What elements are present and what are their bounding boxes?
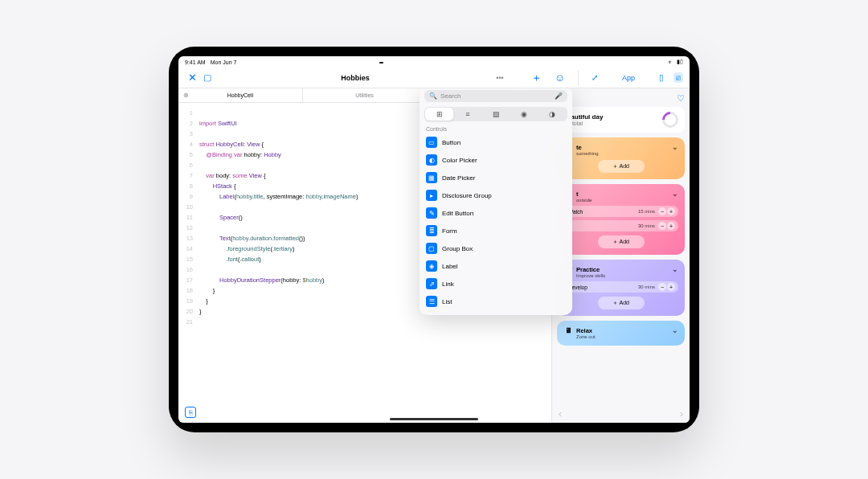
add-hobby-button[interactable]: ＋ Add <box>598 160 645 173</box>
stepper-plus[interactable]: + <box>667 283 675 291</box>
hobby-subtitle: outside <box>576 198 678 203</box>
main-area: ⊗ HobbyCell Utilities ContentView 123456… <box>178 88 690 423</box>
add-hobby-button[interactable]: ＋ Add <box>598 235 645 248</box>
hobby-card[interactable]: 🖥 Relax ⌄ Zone out <box>557 321 685 346</box>
hobby-subtitle: Zone out <box>576 334 678 339</box>
multitask-dots-icon[interactable] <box>379 59 383 65</box>
favorite-icon[interactable]: ♡ <box>677 93 685 104</box>
chevron-down-icon[interactable]: ⌄ <box>672 326 678 334</box>
library-control-item[interactable]: ▸Disclosure Group <box>424 186 567 204</box>
library-segment[interactable]: ◉ <box>510 108 538 121</box>
hobby-subtitle: Improve skills <box>576 273 678 278</box>
control-label: List <box>442 298 452 305</box>
control-icon: ▭ <box>426 137 437 148</box>
library-control-item[interactable]: ◈Label <box>424 257 567 275</box>
stepper-minus[interactable]: − <box>658 222 666 230</box>
control-icon: ▦ <box>426 172 437 183</box>
run-destination[interactable]: App <box>622 74 635 82</box>
library-control-item[interactable]: ▢Group Box <box>424 240 567 257</box>
status-date: Mon Jun 7 <box>211 59 237 65</box>
sidebar-toggle-icon[interactable]: ▢ <box>200 72 215 83</box>
control-label: Button <box>442 139 461 146</box>
search-icon: 🔍 <box>429 92 437 100</box>
build-icon[interactable]: ⎚ <box>674 72 683 83</box>
tab-label: Utilities <box>355 92 374 98</box>
control-icon: ☰ <box>426 296 437 307</box>
library-search[interactable]: 🔍 Search 🎤 <box>424 90 567 102</box>
control-label: Link <box>442 280 454 288</box>
preview-nav: ‹ › <box>552 408 690 420</box>
hobby-title: te <box>576 144 582 151</box>
chevron-down-icon[interactable]: ⌄ <box>672 143 678 151</box>
stepper-plus[interactable]: + <box>667 222 675 230</box>
toolbar: ✕ ▢ Hobbies ••• ＋ ☺ ⤢ App ▯ ⎚ <box>178 68 690 88</box>
line-gutter: 123456789101112131415161718192021 <box>178 103 196 423</box>
profile-icon[interactable]: ☺ <box>551 72 568 84</box>
library-segment[interactable]: ◑ <box>538 108 567 121</box>
chevron-down-icon[interactable]: ⌄ <box>672 190 678 198</box>
duration-stepper[interactable]: − + <box>658 222 675 230</box>
control-label: Disclosure Group <box>442 192 492 199</box>
wifi-icon: ᯤ <box>668 59 674 65</box>
hobby-card[interactable]: 🎓 Practice ⌄ Improve skills Develop 30 m… <box>557 260 685 316</box>
control-icon: ◈ <box>426 260 437 272</box>
library-control-item[interactable]: ▦Date Picker <box>424 169 567 186</box>
nav-forward-icon[interactable]: › <box>680 408 683 420</box>
toolbar-divider <box>578 71 579 85</box>
control-label: Date Picker <box>442 174 475 182</box>
mic-icon[interactable]: 🎤 <box>555 92 563 100</box>
more-icon[interactable]: ••• <box>496 74 503 82</box>
library-segment[interactable]: ⊞ <box>425 108 453 121</box>
stepper-minus[interactable]: − <box>658 207 666 215</box>
add-view-button[interactable]: ＋ <box>528 71 545 85</box>
tab-label: HobbyCell <box>227 92 253 98</box>
control-icon: ▸ <box>426 190 437 201</box>
progress-ring-icon <box>659 108 682 131</box>
duration-stepper[interactable]: − + <box>658 207 675 215</box>
tab-close-icon[interactable]: ⊗ <box>183 92 189 99</box>
control-label: Label <box>442 263 458 270</box>
status-bar: 9:41 AM Mon Jun 7 ᯤ ▮▯ <box>178 56 690 68</box>
close-button[interactable]: ✕ <box>185 72 200 84</box>
library-segments[interactable]: ⊞≡▧◉◑ <box>424 107 567 121</box>
status-time: 9:41 AM <box>185 59 206 65</box>
library-control-item[interactable]: ≣Form <box>424 222 567 240</box>
library-control-item[interactable]: ⇗Link <box>424 275 567 293</box>
hobby-title: t <box>576 190 579 198</box>
library-popover: 🔍 Search 🎤 ⊞≡▧◉◑ Controls ▭Button◐Color … <box>420 88 572 315</box>
library-control-item[interactable]: ▭Button <box>424 133 567 151</box>
tab-hobbycell[interactable]: ⊗ HobbyCell <box>178 88 303 102</box>
hobby-subtitle: something <box>576 151 678 156</box>
control-icon: ≣ <box>426 225 437 236</box>
control-label: Edit Button <box>442 210 473 217</box>
nav-back-icon[interactable]: ‹ <box>559 408 562 420</box>
hobby-title: Practice <box>576 266 600 273</box>
control-label: Form <box>442 227 457 235</box>
ipad-screen: 9:41 AM Mon Jun 7 ᯤ ▮▯ ✕ ▢ Hobbies ••• ＋… <box>178 56 690 423</box>
duration-stepper[interactable]: − + <box>658 283 675 291</box>
document-title: Hobbies <box>215 74 496 82</box>
library-control-item[interactable]: ✎Edit Button <box>424 204 567 222</box>
chevron-down-icon[interactable]: ⌄ <box>672 265 678 273</box>
hobby-card[interactable]: ▦ te ⌄ something ＋ Add <box>557 137 685 179</box>
control-icon: ▢ <box>426 243 437 254</box>
library-control-item[interactable]: ◐Color Picker <box>424 151 567 169</box>
hobby-row-duration: 15 mins <box>638 209 655 214</box>
stepper-plus[interactable]: + <box>667 207 675 215</box>
ipad-frame: 9:41 AM Mon Jun 7 ᯤ ▮▯ ✕ ▢ Hobbies ••• ＋… <box>169 47 699 432</box>
hobby-card[interactable]: ▦ t ⌄ outside Watch 15 mins − + 30 mins … <box>557 184 685 255</box>
stepper-minus[interactable]: − <box>658 283 666 291</box>
library-segment[interactable]: ≡ <box>453 108 481 121</box>
control-icon: ◐ <box>426 154 437 166</box>
library-control-item[interactable]: ☰List <box>424 293 567 310</box>
inspector-icon[interactable]: ▯ <box>656 73 667 82</box>
doc-button[interactable]: ⎘ <box>185 407 196 418</box>
control-label: Color Picker <box>442 157 477 164</box>
add-hobby-button[interactable]: ＋ Add <box>598 297 645 309</box>
library-segment[interactable]: ▧ <box>481 108 510 121</box>
search-placeholder: Search <box>440 92 551 100</box>
home-indicator[interactable] <box>390 418 478 420</box>
tab-utilities[interactable]: Utilities <box>303 88 428 102</box>
expand-icon[interactable]: ⤢ <box>588 73 601 82</box>
hobby-icon: 🖥 <box>563 325 573 335</box>
